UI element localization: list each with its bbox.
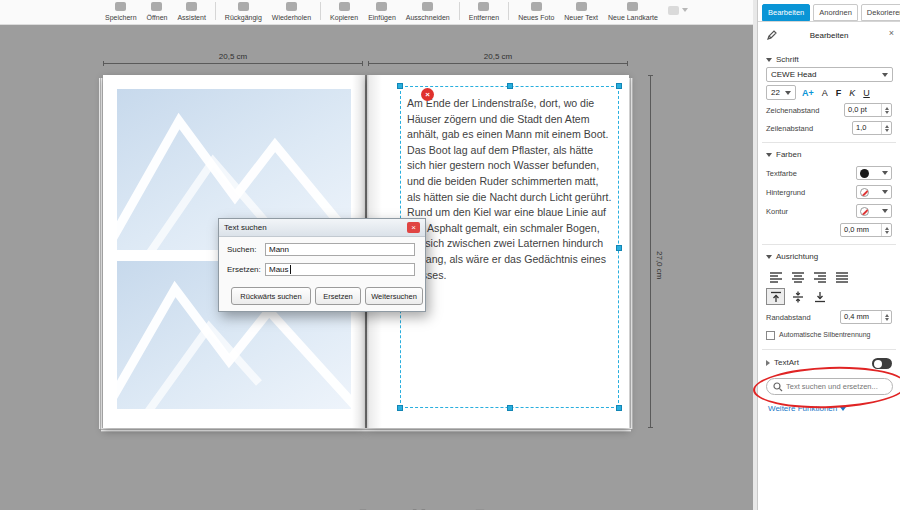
resize-handle-e[interactable] (616, 245, 622, 251)
page-width-label: 20,5 cm (219, 52, 247, 61)
toolbar-item-assistent[interactable]: Assistent (172, 0, 210, 21)
toolbar-separator (215, 2, 216, 20)
section-textart[interactable]: TextArt (766, 358, 799, 367)
align-center-icon[interactable] (788, 268, 807, 285)
replace-input[interactable]: Maus (265, 263, 415, 276)
toolbar-label: Entfernen (469, 14, 499, 21)
disabled-tool-icon (668, 6, 679, 15)
stepper-arrows[interactable] (881, 311, 891, 323)
toolbar-item-einfuegen[interactable]: Einfügen (363, 0, 401, 21)
dialog-titlebar[interactable]: Text suchen × (219, 219, 425, 237)
toolbar-item-wiederholen[interactable]: Wiederholen (267, 0, 316, 21)
color-swatch-black (860, 169, 869, 178)
increase-font-button[interactable]: A+ (802, 88, 814, 98)
toolbar-separator (508, 2, 509, 20)
align-justify-icon[interactable] (832, 268, 851, 285)
bold-button[interactable]: F (836, 88, 842, 98)
properties-panel: Bearbeiten Anordnen Dekorieren Bearbeite… (757, 0, 900, 510)
toolbar-item-neue-landkarte[interactable]: Neue Landkarte (603, 0, 663, 21)
replace-button[interactable]: Ersetzen (315, 287, 361, 305)
chevron-down-icon (766, 255, 772, 259)
toolbar-item-entfernen[interactable]: Entfernen (464, 0, 504, 21)
toolbar-label: Neues Foto (518, 14, 554, 21)
zeilenabstand-stepper[interactable]: 1,0 (852, 121, 892, 135)
replace-label: Ersetzen: (227, 265, 261, 274)
open-icon (151, 2, 162, 11)
page-width-label: 20,5 cm (484, 52, 512, 61)
stepper-arrows[interactable] (881, 104, 891, 116)
section-schrift[interactable]: Schrift (766, 55, 799, 64)
assistant-icon (186, 2, 197, 11)
align-left-icon[interactable] (766, 268, 785, 285)
panel-close-icon[interactable]: × (889, 28, 894, 38)
outline-color-picker[interactable] (856, 204, 892, 218)
section-farben[interactable]: Farben (766, 150, 801, 159)
chevron-down-icon (840, 407, 846, 411)
more-functions-link[interactable]: Weitere Funktionen (768, 404, 846, 413)
paste-icon (376, 2, 387, 11)
width-dimension-line (368, 63, 628, 64)
resize-handle-ne[interactable] (616, 83, 622, 89)
page-stack-right (629, 78, 633, 429)
tab-anordnen[interactable]: Anordnen (813, 4, 858, 21)
dialog-close-icon[interactable]: × (407, 222, 420, 233)
resize-handle-n[interactable] (507, 83, 513, 89)
zeichenabstand-label: Zeichenabstand (766, 106, 819, 115)
new-photo-icon (531, 2, 542, 11)
zeilenabstand-value: 1,0 (853, 122, 881, 134)
outline-width-stepper[interactable]: 0,0 mm (840, 223, 892, 237)
text-frame[interactable]: Am Ende der Lindenstraße, dort, wo die H… (400, 86, 619, 408)
toolbar-item-kopieren[interactable]: Kopieren (325, 0, 363, 21)
tab-bearbeiten[interactable]: Bearbeiten (762, 4, 810, 21)
text-frame-content[interactable]: Am Ende der Lindenstraße, dort, wo die H… (401, 87, 618, 283)
textart-toggle[interactable] (872, 358, 892, 369)
page-stack-bottom (101, 428, 631, 432)
divider (762, 142, 896, 143)
find-next-button[interactable]: Weitersuchen (365, 287, 423, 305)
toolbar-item-neues-foto[interactable]: Neues Foto (513, 0, 559, 21)
delete-icon (478, 2, 489, 11)
divider (762, 349, 896, 350)
text-color-picker[interactable] (856, 166, 892, 180)
toolbar-item-oeffnen[interactable]: Öffnen (142, 0, 173, 21)
toolbar-item-rueckgaengig[interactable]: Rückgängig (220, 0, 267, 21)
section-title: TextArt (774, 358, 799, 367)
resize-handle-se[interactable] (616, 405, 622, 411)
panel-search-input[interactable]: Text suchen und ersetzen... (766, 378, 893, 395)
delete-element-icon[interactable]: × (421, 88, 434, 101)
align-right-icon[interactable] (810, 268, 829, 285)
toolbar-item-disabled (663, 4, 693, 15)
zeichenabstand-stepper[interactable]: 0,0 pt (844, 103, 892, 117)
toolbar-label: Assistent (177, 14, 205, 21)
underline-button[interactable]: U (863, 88, 870, 98)
dialog-body: Suchen: Mann Ersetzen: Maus Rückwärts su… (219, 237, 425, 311)
color-swatch-none (860, 188, 869, 197)
stepper-arrows[interactable] (881, 224, 891, 236)
search-input[interactable]: Mann (265, 243, 415, 256)
resize-handle-sw[interactable] (397, 405, 403, 411)
kontur-label: Kontur (766, 207, 788, 216)
valign-center-icon[interactable] (788, 288, 807, 305)
resize-handle-nw[interactable] (397, 83, 403, 89)
search-backwards-button[interactable]: Rückwärts suchen (231, 287, 311, 305)
toolbar-item-neuer-text[interactable]: Neuer Text (559, 0, 603, 21)
search-icon (773, 382, 783, 392)
chevron-down-icon (882, 190, 888, 194)
font-size-select[interactable]: 22 (766, 85, 796, 100)
height-dimension-line (650, 75, 651, 428)
section-ausrichtung[interactable]: Ausrichtung (766, 252, 818, 261)
margin-stepper[interactable]: 0,4 mm (840, 310, 892, 324)
font-family-select[interactable]: CEWE Head (766, 67, 893, 82)
toolbar-item-ausschneiden[interactable]: Ausschneiden (401, 0, 455, 21)
background-color-picker[interactable] (856, 185, 892, 199)
hyphenation-checkbox[interactable] (766, 331, 775, 340)
stepper-arrows[interactable] (881, 122, 891, 134)
resize-handle-s[interactable] (507, 405, 513, 411)
decrease-font-button[interactable]: A (822, 88, 828, 98)
color-swatch-none (860, 207, 869, 216)
valign-bottom-icon[interactable] (810, 288, 829, 305)
tab-dekorieren[interactable]: Dekorieren (861, 4, 900, 21)
italic-button[interactable]: K (849, 88, 855, 98)
toolbar-item-speichern[interactable]: Speichern (100, 0, 142, 21)
valign-top-icon[interactable] (766, 288, 785, 305)
